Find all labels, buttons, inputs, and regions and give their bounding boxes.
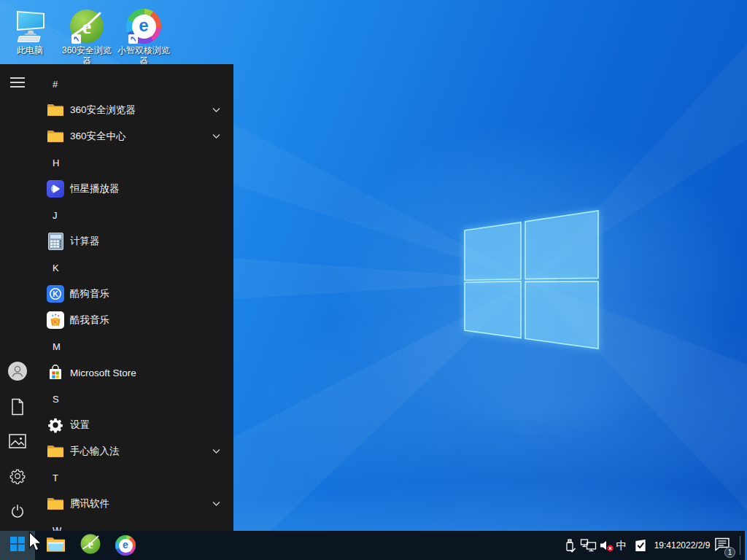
calculator-icon (47, 232, 64, 251)
power-icon (9, 503, 26, 522)
start-menu-item-label: 360安全浏览器 (70, 104, 136, 117)
hamburger-icon (9, 77, 26, 91)
start-menu-item-label: 恒星播放器 (70, 182, 120, 195)
taskbar-file-explorer-button[interactable] (41, 531, 70, 560)
section-letter: K (53, 262, 59, 273)
shortcut-arrow-icon (128, 34, 138, 44)
app-list-section-header[interactable]: J (35, 202, 233, 228)
document-icon (10, 398, 25, 419)
clock-time: 19:41 (654, 540, 676, 551)
desktop-icon-this-pc[interactable]: 此电脑 (1, 3, 58, 66)
start-menu-item-label: 手心输入法 (70, 445, 120, 458)
folder-icon (47, 442, 64, 461)
kuwo-icon: K (47, 311, 64, 330)
browser-360-icon: e (69, 3, 104, 44)
usb-eject-icon[interactable] (562, 537, 578, 553)
gear-outline-icon (9, 468, 26, 487)
section-letter: M (53, 341, 61, 352)
windows-logo-icon (10, 537, 25, 554)
rail-start-menu-expand-button[interactable] (0, 66, 35, 101)
hengxing-icon (47, 179, 64, 198)
start-menu-item-label: 腾讯软件 (70, 497, 109, 510)
section-letter: T (53, 472, 58, 483)
start-menu: #360安全浏览器360安全中心H恒星播放器J计算器KK酷狗音乐K酷我音乐MMi… (0, 64, 233, 531)
section-letter: W (53, 525, 61, 532)
folder-icon (47, 494, 64, 513)
chevron-down-icon[interactable] (212, 108, 220, 113)
start-button[interactable] (0, 531, 35, 560)
tray-divider (740, 536, 740, 555)
windows-hero-logo (465, 211, 598, 349)
kugou-icon: K (47, 284, 64, 303)
desktop-icon-360-browser[interactable]: e360安全浏览器 (58, 3, 115, 66)
ime-indicator[interactable]: 中 (616, 539, 627, 553)
rail-user-account-button[interactable] (0, 355, 35, 390)
app-list-section-header[interactable]: H (35, 149, 233, 176)
browser-360-small-icon: e (80, 534, 101, 557)
rail-pictures-button[interactable] (0, 425, 35, 460)
app-list-section-header[interactable]: M (35, 333, 233, 359)
rail-settings-button[interactable] (0, 460, 35, 495)
svg-text:K: K (53, 289, 58, 298)
desktop-icon-grid: 此电脑e360安全浏览器e小智双核浏览器 (1, 3, 172, 66)
start-menu-item[interactable]: 恒星播放器 (35, 176, 233, 202)
store-icon (47, 363, 64, 382)
start-menu-item-label: 计算器 (70, 235, 100, 248)
app-list-section-header[interactable]: W (35, 517, 233, 531)
app-list-section-header[interactable]: T (35, 464, 233, 491)
explorer-icon (46, 536, 66, 556)
this-pc-icon (10, 3, 50, 44)
taskbar: ee 中 19:41 2022/2/9 1 (0, 531, 747, 560)
start-menu-item[interactable]: Microsoft Store (35, 359, 233, 386)
start-menu-item-label: 酷狗音乐 (70, 287, 109, 300)
taskbar-xiaozhi-browser-taskbar-button[interactable]: e (111, 531, 140, 560)
chevron-down-icon[interactable] (212, 134, 220, 139)
network-icon[interactable] (580, 538, 597, 553)
start-menu-item-label: Microsoft Store (70, 368, 136, 378)
start-menu-item[interactable]: 手心输入法 (35, 438, 233, 464)
chevron-down-icon[interactable] (212, 449, 220, 454)
volume-muted-icon[interactable] (598, 538, 616, 553)
start-menu-item[interactable]: 设置 (35, 412, 233, 438)
shortcut-arrow-icon (71, 34, 81, 44)
gear-solid-icon (47, 416, 64, 435)
taskbar-360-browser-taskbar-button[interactable]: e (76, 531, 105, 560)
section-letter: # (53, 79, 58, 90)
chevron-down-icon[interactable] (212, 502, 220, 507)
browser-xiaozhi-small-icon: e (115, 535, 136, 556)
clock-date: 2022/2/9 (676, 540, 711, 551)
notification-badge: 1 (724, 547, 735, 558)
action-center-icon[interactable]: 1 (714, 537, 730, 554)
desktop-icon-label: 小智双核浏览器 (116, 45, 171, 66)
folder-icon (47, 127, 64, 146)
start-menu-item[interactable]: 计算器 (35, 228, 233, 254)
app-list-section-header[interactable]: K (35, 254, 233, 281)
section-letter: S (53, 394, 59, 405)
start-menu-item[interactable]: 360安全中心 (35, 123, 233, 149)
start-menu-item-label: 设置 (70, 419, 90, 432)
rail-power-button[interactable] (0, 495, 35, 530)
section-letter: H (53, 158, 59, 168)
system-tray: 中 19:41 2022/2/9 1 (554, 531, 747, 560)
rail-documents-button[interactable] (0, 391, 35, 426)
user-icon (8, 362, 27, 384)
start-menu-item[interactable]: 腾讯软件 (35, 491, 233, 517)
app-list-section-header[interactable]: # (35, 71, 233, 97)
start-menu-item[interactable]: K酷狗音乐 (35, 281, 233, 307)
start-menu-item-label: 酷我音乐 (70, 314, 109, 327)
section-letter: J (53, 210, 58, 221)
browser-xiaozhi-icon: e (126, 3, 161, 44)
start-menu-item[interactable]: K酷我音乐 (35, 307, 233, 333)
desktop-icon-label: 360安全浏览器 (59, 45, 115, 66)
start-menu-item-label: 360安全中心 (70, 130, 126, 143)
security-check-icon[interactable] (634, 539, 648, 553)
pictures-icon (9, 434, 26, 451)
start-menu-app-list: #360安全浏览器360安全中心H恒星播放器J计算器KK酷狗音乐K酷我音乐MMi… (35, 71, 233, 531)
desktop-icon-xiaozhi-browser[interactable]: e小智双核浏览器 (115, 3, 172, 66)
desktop-icon-label: 此电脑 (17, 45, 43, 55)
start-menu-item[interactable]: 360安全浏览器 (35, 97, 233, 123)
clock[interactable]: 19:41 2022/2/9 (654, 540, 711, 551)
folder-icon (47, 101, 64, 120)
app-list-section-header[interactable]: S (35, 386, 233, 412)
svg-text:K: K (54, 319, 58, 324)
